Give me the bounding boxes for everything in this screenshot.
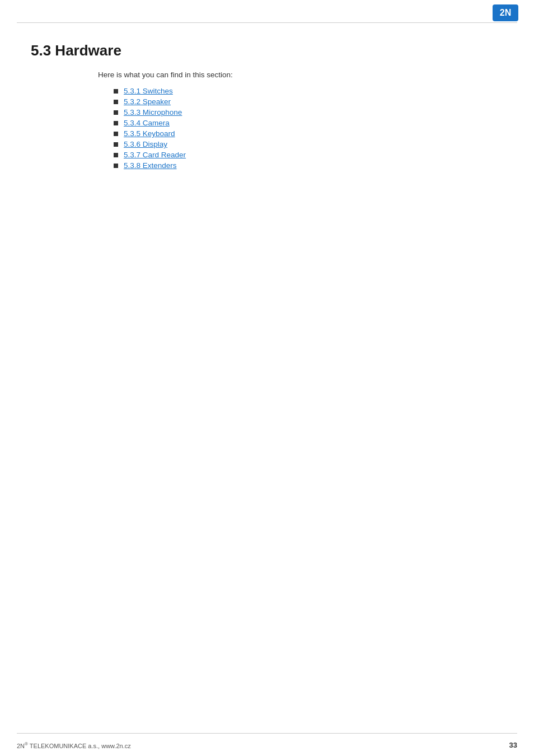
toc-list-item: 5.3.7 Card Reader [114, 151, 503, 159]
footer-page-number: 33 [509, 741, 517, 749]
toc-link-7[interactable]: 5.3.7 Card Reader [124, 151, 186, 159]
bottom-border [17, 733, 517, 734]
toc-list-item: 5.3.2 Speaker [114, 97, 503, 106]
toc-link-4[interactable]: 5.3.4 Camera [124, 119, 170, 127]
bullet-icon [114, 100, 118, 104]
footer-left: 2N® TELEKOMUNIKACE a.s., www.2n.cz [17, 741, 131, 749]
toc-link-3[interactable]: 5.3.3 Microphone [124, 108, 182, 116]
bullet-icon [114, 121, 118, 125]
page-title: 5.3 Hardware [31, 42, 503, 59]
toc-link-6[interactable]: 5.3.6 Display [124, 140, 167, 148]
page-container: 2N 5.3 Hardware Here is what you can fin… [0, 0, 534, 756]
content-area: 5.3 Hardware Here is what you can find i… [31, 34, 503, 172]
logo-text: 2N [500, 8, 511, 18]
toc-list-item: 5.3.6 Display [114, 140, 503, 148]
footer: 2N® TELEKOMUNIKACE a.s., www.2n.cz 33 [17, 741, 517, 749]
bullet-icon [114, 153, 118, 157]
toc-list-item: 5.3.8 Extenders [114, 161, 503, 170]
bullet-icon [114, 89, 118, 94]
toc-list-item: 5.3.1 Switches [114, 87, 503, 95]
logo-box: 2N [493, 4, 518, 21]
toc-link-8[interactable]: 5.3.8 Extenders [124, 161, 177, 170]
bullet-icon [114, 110, 118, 115]
toc-link-5[interactable]: 5.3.5 Keyboard [124, 129, 175, 138]
toc-list-item: 5.3.4 Camera [114, 119, 503, 127]
bullet-icon [114, 132, 118, 136]
logo-container: 2N [493, 4, 518, 21]
toc-link-1[interactable]: 5.3.1 Switches [124, 87, 173, 95]
bullet-icon [114, 142, 118, 147]
top-border [17, 22, 517, 23]
toc-list: 5.3.1 Switches5.3.2 Speaker5.3.3 Microph… [114, 87, 503, 170]
toc-list-item: 5.3.3 Microphone [114, 108, 503, 116]
intro-text: Here is what you can find in this sectio… [98, 71, 503, 79]
toc-list-item: 5.3.5 Keyboard [114, 129, 503, 138]
bullet-icon [114, 164, 118, 168]
toc-link-2[interactable]: 5.3.2 Speaker [124, 97, 171, 106]
